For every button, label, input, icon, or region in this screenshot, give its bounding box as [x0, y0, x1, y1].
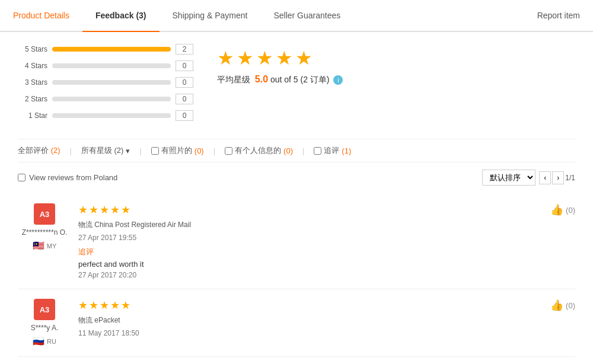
- big-star-4: ★: [276, 47, 293, 69]
- rating-score: 5.0: [255, 74, 268, 84]
- like-button[interactable]: 👍 (0): [550, 299, 575, 312]
- country-label: MY: [47, 242, 57, 250]
- bar-label: 2 Stars: [18, 95, 47, 103]
- info-icon[interactable]: i: [333, 75, 343, 85]
- review-star: ★: [89, 299, 98, 312]
- tab-feedback[interactable]: Feedback (3): [82, 0, 160, 32]
- review-item: A3 Z**********n O. 🇲🇾 MY ★★★★★ 物流 China …: [18, 194, 575, 289]
- bar-label: 4 Stars: [18, 62, 47, 70]
- bar-row: 3 Stars 0: [18, 77, 193, 88]
- review-star: ★: [110, 203, 120, 216]
- report-item-link[interactable]: Report item: [524, 0, 593, 31]
- bar-count: 2: [176, 44, 193, 55]
- bar-row: 4 Stars 0: [18, 60, 193, 71]
- flag-country: 🇷🇺 RU: [33, 336, 56, 347]
- bar-track: [52, 80, 171, 85]
- rating-section: 5 Stars 2 4 Stars 0 3 Stars 0 2 Stars 0: [18, 44, 575, 127]
- sort-select[interactable]: 默认排序: [482, 170, 535, 186]
- bar-row: 2 Stars 0: [18, 94, 193, 104]
- has-photos-checkbox[interactable]: [151, 147, 159, 155]
- review-left: A3 S****y A. 🇷🇺 RU: [18, 299, 71, 347]
- review-date: 27 Apr 2017 19:55: [78, 234, 575, 242]
- bar-label: 3 Stars: [18, 78, 47, 87]
- bar-count: 0: [176, 60, 193, 71]
- tab-product-details[interactable]: Product Details: [0, 0, 82, 32]
- review-stars: ★★★★★: [78, 299, 575, 312]
- average-label: 平均星级: [217, 75, 250, 84]
- filter-has-personal-info[interactable]: 有个人信息的(0): [225, 145, 293, 156]
- out-of-label: out of: [270, 75, 294, 84]
- bar-count: 0: [176, 110, 193, 121]
- review-left: A3 Z**********n O. 🇲🇾 MY: [18, 203, 71, 279]
- filter-bar: 全部评价 (2) | 所有星级 (2) ▾ | 有照片的 (0) | 有个人信息…: [18, 139, 575, 162]
- tab-bar: Product Details Feedback (3) Shipping & …: [0, 0, 593, 32]
- review-star: ★: [100, 299, 109, 312]
- rating-text: 平均星级 5.0 out of 5 (2 订单) i: [217, 74, 343, 85]
- rating-out-of: 5: [294, 75, 298, 84]
- rating-bars: 5 Stars 2 4 Stars 0 3 Stars 0 2 Stars 0: [18, 44, 193, 127]
- shipping-label: 物流: [78, 221, 93, 229]
- follow-up-date: 27 Apr 2017 20:20: [78, 271, 575, 279]
- divider-3: |: [213, 146, 215, 155]
- filter-has-photos[interactable]: 有照片的 (0): [151, 145, 204, 156]
- review-star: ★: [110, 299, 120, 312]
- reviews-container: A3 Z**********n O. 🇲🇾 MY ★★★★★ 物流 China …: [18, 194, 575, 357]
- has-personal-info-checkbox[interactable]: [225, 147, 232, 155]
- bar-track: [52, 47, 171, 52]
- bar-label: 1 Star: [18, 111, 47, 120]
- review-meta: 物流 ePacket: [78, 315, 575, 325]
- big-star-1: ★: [217, 47, 234, 69]
- big-star-5: ★: [295, 47, 313, 69]
- avatar: A3: [34, 299, 55, 320]
- filter-stars-select[interactable]: 所有星级 (2) ▾: [81, 145, 130, 156]
- follow-up-checkbox[interactable]: [314, 147, 321, 155]
- tab-seller-guarantees[interactable]: Seller Guarantees: [260, 0, 353, 32]
- review-star: ★: [89, 203, 98, 216]
- review-meta: 物流 China Post Registered Air Mail: [78, 220, 575, 230]
- main-content: 5 Stars 2 4 Stars 0 3 Stars 0 2 Stars 0: [0, 32, 593, 364]
- divider-4: |: [302, 146, 304, 155]
- flag-country: 🇲🇾 MY: [33, 240, 57, 251]
- view-poland-checkbox[interactable]: [18, 174, 25, 181]
- bar-row: 5 Stars 2: [18, 44, 193, 55]
- big-stars: ★ ★ ★ ★ ★: [217, 47, 343, 69]
- avatar: A3: [34, 203, 55, 225]
- bar-count: 0: [176, 94, 193, 104]
- thumb-up-icon: 👍: [550, 299, 563, 312]
- review-body: ★★★★★ 物流 ePacket 11 May 2017 18:50: [78, 299, 575, 347]
- bar-track: [52, 97, 171, 101]
- page-info: 1/1: [565, 174, 575, 182]
- review-item: A3 S****y A. 🇷🇺 RU ★★★★★ 物流 ePacket 11 M…: [18, 289, 575, 357]
- review-star: ★: [121, 299, 130, 312]
- follow-up-text: perfect and worth it: [78, 260, 575, 269]
- pagination: ‹ › 1/1: [539, 171, 575, 184]
- like-button[interactable]: 👍 (0): [550, 203, 575, 216]
- review-date: 11 May 2017 18:50: [78, 329, 575, 337]
- flag-icon: 🇷🇺: [33, 336, 44, 347]
- orders-text: (2 订单): [301, 75, 330, 84]
- filter-all-reviews[interactable]: 全部评价 (2): [18, 145, 60, 156]
- page-next-button[interactable]: ›: [552, 171, 564, 184]
- like-count: (0): [566, 206, 575, 215]
- filter-follow-up[interactable]: 追评(1): [314, 145, 351, 156]
- big-star-2: ★: [237, 47, 254, 69]
- review-body: ★★★★★ 物流 China Post Registered Air Mail …: [78, 203, 575, 279]
- country-label: RU: [47, 338, 56, 345]
- reviewer-name: Z**********n O.: [22, 228, 68, 237]
- page-prev-button[interactable]: ‹: [539, 171, 551, 184]
- bar-track: [52, 63, 171, 68]
- shipping-method: ePacket: [94, 316, 120, 324]
- review-star: ★: [78, 203, 88, 216]
- thumb-up-icon: 👍: [550, 203, 563, 216]
- review-star: ★: [100, 203, 109, 216]
- review-stars: ★★★★★: [78, 203, 575, 216]
- review-star: ★: [121, 203, 130, 216]
- divider-2: |: [139, 146, 141, 155]
- bar-count: 0: [176, 77, 193, 88]
- reviewer-name: S****y A.: [31, 324, 59, 332]
- bar-fill: [52, 47, 171, 52]
- star-summary: ★ ★ ★ ★ ★ 平均星级 5.0 out of 5 (2 订单) i: [217, 44, 343, 127]
- view-poland-label[interactable]: View reviews from Poland: [18, 173, 117, 182]
- follow-up-label: 追评: [78, 247, 575, 257]
- tab-shipping-payment[interactable]: Shipping & Payment: [160, 0, 261, 32]
